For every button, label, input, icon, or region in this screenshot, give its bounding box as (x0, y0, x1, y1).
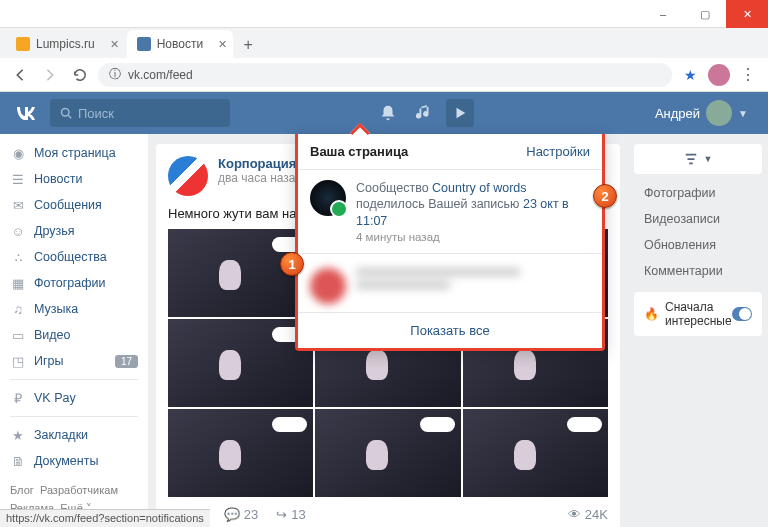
sidebar-label: Закладки (34, 428, 88, 442)
annotation-callout-2: 2 (593, 184, 617, 208)
sidebar-label: Документы (34, 454, 98, 468)
browser-profile-avatar[interactable] (708, 64, 730, 86)
browser-tab[interactable]: Lumpics.ru ✕ (6, 30, 125, 58)
rbar-item-photos[interactable]: Фотографии (634, 180, 762, 206)
flame-icon: 🔥 (644, 307, 659, 321)
sidebar-item-friends[interactable]: ☺Друзья (0, 218, 148, 244)
window-close-button[interactable]: ✕ (726, 0, 768, 28)
sidebar-item-communities[interactable]: ⛬Сообщества (0, 244, 148, 270)
sidebar-label: Моя страница (34, 146, 116, 160)
browser-status-bar: https://vk.com/feed?section=notification… (0, 509, 210, 527)
footer-link[interactable]: Разработчикам (40, 484, 118, 496)
bookmarks-icon: ★ (10, 427, 26, 443)
games-icon: ◳ (10, 353, 26, 369)
notif-settings-link[interactable]: Настройки (526, 144, 590, 159)
rbar-item-videos[interactable]: Видеозаписи (634, 206, 762, 232)
music-icon[interactable] (406, 92, 442, 134)
search-input[interactable]: Поиск (50, 99, 230, 127)
notification-item[interactable]: Сообщество Country of words поделилось В… (298, 169, 602, 253)
svg-point-0 (62, 109, 70, 117)
browser-tabbar: Lumpics.ru ✕ Новости ✕ + (0, 28, 768, 58)
notifications-popup: Ваша страница Настройки Сообщество Count… (295, 134, 605, 351)
badge: 17 (115, 355, 138, 368)
news-icon: ☰ (10, 171, 26, 187)
user-name: Андрей (655, 106, 700, 121)
browser-menu-button[interactable]: ⋮ (736, 63, 760, 87)
rbar-item-comments[interactable]: Комментарии (634, 258, 762, 284)
video-play-icon[interactable] (446, 99, 474, 127)
forward-button[interactable] (38, 63, 62, 87)
bookmark-icon[interactable]: ★ (678, 63, 702, 87)
vk-logo-icon[interactable] (12, 99, 40, 127)
chevron-down-icon: ▼ (738, 108, 748, 119)
window-titlebar: – ▢ ✕ (0, 0, 768, 28)
new-tab-button[interactable]: + (235, 32, 261, 58)
notif-avatar (310, 180, 346, 216)
separator (10, 416, 138, 417)
messages-icon: ✉ (10, 197, 26, 213)
left-sidebar: ◉Моя страница ☰Новости ✉Сообщения ☺Друзь… (0, 134, 148, 527)
show-all-link[interactable]: Показать все (298, 312, 602, 348)
sidebar-label: Друзья (34, 224, 75, 238)
address-bar[interactable]: ⓘ vk.com/feed (98, 63, 672, 87)
interesting-first-toggle[interactable]: 🔥 Сначала интересные (634, 292, 762, 336)
sidebar-item-vkpay[interactable]: ₽VK Pay (0, 385, 148, 411)
close-tab-icon[interactable]: ✕ (218, 38, 227, 51)
sidebar-item-games[interactable]: ◳Игры17 (0, 348, 148, 374)
favicon-icon (16, 37, 30, 51)
user-menu[interactable]: Андрей ▼ (655, 100, 748, 126)
filter-icon (684, 152, 698, 166)
sidebar-label: Видео (34, 328, 71, 342)
url-text: vk.com/feed (128, 68, 193, 82)
video-icon: ▭ (10, 327, 26, 343)
notif-text: Сообщество Country of words поделилось В… (356, 180, 590, 229)
sidebar-item-video[interactable]: ▭Видео (0, 322, 148, 348)
sidebar-label: VK Pay (34, 391, 76, 405)
annotation-callout-1: 1 (280, 252, 304, 276)
sidebar-item-photos[interactable]: ▦Фотографии (0, 270, 148, 296)
sidebar-item-bookmarks[interactable]: ★Закладки (0, 422, 148, 448)
sidebar-item-profile[interactable]: ◉Моя страница (0, 140, 148, 166)
window-minimize-button[interactable]: – (642, 0, 684, 28)
music-icon: ♫ (10, 301, 26, 317)
notifications-icon[interactable] (370, 92, 406, 134)
sidebar-item-news[interactable]: ☰Новости (0, 166, 148, 192)
rbar-item-updates[interactable]: Обновления (634, 232, 762, 258)
filter-button[interactable]: ▼ (634, 144, 762, 174)
toggle-label: Сначала интересные (665, 300, 732, 328)
sidebar-label: Новости (34, 172, 82, 186)
profile-icon: ◉ (10, 145, 26, 161)
search-placeholder: Поиск (78, 106, 114, 121)
views-count: 👁 24K (568, 507, 608, 522)
vk-header: Поиск Андрей ▼ (0, 92, 768, 134)
sidebar-item-documents[interactable]: 🗎Документы (0, 448, 148, 474)
footer-link[interactable]: Блог (10, 484, 34, 496)
docs-icon: 🗎 (10, 453, 26, 469)
notif-meta: 4 минуты назад (356, 231, 590, 243)
pay-icon: ₽ (10, 390, 26, 406)
window-maximize-button[interactable]: ▢ (684, 0, 726, 28)
back-button[interactable] (8, 63, 32, 87)
browser-tab[interactable]: Новости ✕ (127, 30, 233, 58)
sidebar-label: Музыка (34, 302, 78, 316)
sidebar-label: Фотографии (34, 276, 105, 290)
toggle-switch[interactable] (732, 307, 752, 321)
right-sidebar: ▼ Фотографии Видеозаписи Обновления Комм… (628, 134, 768, 527)
sidebar-item-messages[interactable]: ✉Сообщения (0, 192, 148, 218)
comment-button[interactable]: 💬 23 (224, 507, 258, 522)
tab-label: Новости (157, 37, 203, 51)
communities-icon: ⛬ (10, 249, 26, 265)
share-button[interactable]: ↪ 13 (276, 507, 305, 522)
sidebar-label: Сообщения (34, 198, 102, 212)
reload-button[interactable] (68, 63, 92, 87)
sidebar-item-music[interactable]: ♫Музыка (0, 296, 148, 322)
post-avatar[interactable] (168, 156, 208, 196)
browser-toolbar: ⓘ vk.com/feed ★ ⋮ (0, 58, 768, 92)
notif-title: Ваша страница (310, 144, 408, 159)
site-info-icon[interactable]: ⓘ (108, 68, 122, 82)
close-tab-icon[interactable]: ✕ (110, 38, 119, 51)
notification-item-blurred (298, 253, 602, 312)
separator (10, 379, 138, 380)
tab-label: Lumpics.ru (36, 37, 95, 51)
photos-icon: ▦ (10, 275, 26, 291)
